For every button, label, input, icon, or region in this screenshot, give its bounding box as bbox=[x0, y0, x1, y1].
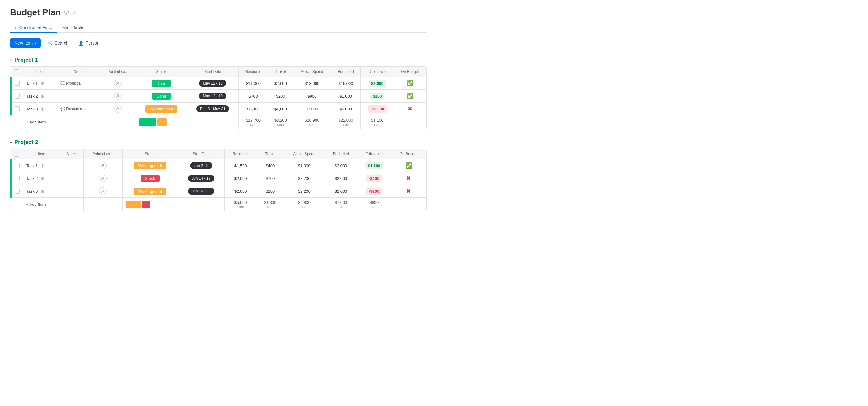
cross-icon: ✖ bbox=[407, 106, 412, 112]
sum-value: $20,900 bbox=[305, 118, 319, 123]
resource-cell: $2,000 bbox=[224, 172, 257, 185]
actual-spend-cell: $2,200 bbox=[284, 185, 325, 198]
row-checkbox[interactable] bbox=[14, 176, 20, 181]
sum-value: $1,300 bbox=[264, 200, 277, 205]
status-bar-cell bbox=[136, 115, 187, 129]
row-checkbox-cell bbox=[11, 172, 23, 185]
sum-travel: $1,300sum bbox=[257, 198, 284, 211]
tab-conditional[interactable]: ⌂ Conditional For... bbox=[10, 23, 57, 33]
notes-cell: 💬 Resource ... bbox=[57, 102, 100, 115]
table-row: Task 1⊕💬 Project D...DoneMay 12 - 13$11,… bbox=[11, 77, 426, 90]
add-icon[interactable]: ⊕ bbox=[40, 93, 44, 99]
date-badge: May 12 - 19 bbox=[199, 93, 226, 99]
status-cell[interactable]: Working on it bbox=[122, 185, 178, 198]
item-cell: Task 2⊕ bbox=[23, 172, 60, 185]
avatar[interactable] bbox=[99, 175, 106, 182]
sum-travel: $3,200sum bbox=[268, 115, 293, 129]
add-icon[interactable]: ⊕ bbox=[40, 163, 44, 169]
bar-segment-orange bbox=[157, 119, 167, 126]
info-icon[interactable]: ⓘ bbox=[64, 9, 69, 16]
difference-cell: -$100 bbox=[357, 172, 391, 185]
row-checkbox[interactable] bbox=[14, 106, 20, 111]
add-icon[interactable]: ⊕ bbox=[40, 81, 44, 86]
difference-cell: $100 bbox=[361, 90, 394, 102]
sum-label: sum bbox=[278, 123, 284, 126]
difference-badge: -$200 bbox=[366, 188, 382, 195]
add-item-poc bbox=[100, 115, 135, 129]
add-icon[interactable]: ⊕ bbox=[40, 106, 44, 112]
avatar[interactable] bbox=[99, 187, 106, 195]
resource-cell: $2,000 bbox=[224, 185, 257, 198]
col-travel: Travel bbox=[257, 149, 284, 159]
date-badge: Jun 16 - 23 bbox=[188, 188, 214, 195]
add-item-row[interactable]: + Add Item$5,500sum$1,300sum$6,800sum$7,… bbox=[11, 198, 426, 211]
header-checkbox[interactable] bbox=[14, 152, 19, 157]
difference-badge: -$1,000 bbox=[368, 105, 386, 113]
tab-main-table[interactable]: Main Table bbox=[57, 23, 88, 32]
travel-cell: $200 bbox=[257, 185, 284, 198]
item-cell: Task 2⊕ bbox=[23, 90, 57, 102]
sum-budgeted: $7,600sum bbox=[325, 198, 357, 211]
add-item-label[interactable]: + Add Item bbox=[23, 198, 60, 211]
status-cell[interactable]: Working on it bbox=[136, 102, 187, 115]
difference-cell: -$1,000 bbox=[361, 102, 394, 115]
col-on-budget: On Budget bbox=[391, 149, 426, 159]
budgeted-cell: $6,000 bbox=[331, 102, 361, 115]
row-checkbox[interactable] bbox=[14, 163, 20, 168]
budgeted-cell: $15,000 bbox=[331, 77, 361, 90]
add-item-label[interactable]: + Add Item bbox=[23, 115, 57, 129]
group-header-project1[interactable]: ▾ Project 1 bbox=[10, 57, 427, 63]
group-header-project2[interactable]: ▾ Project 2 bbox=[10, 139, 427, 146]
new-item-button[interactable]: New Item ▾ bbox=[10, 38, 40, 48]
start-date-cell: Jun 2 - 9 bbox=[178, 159, 224, 172]
header-checkbox[interactable] bbox=[14, 69, 19, 74]
person-button[interactable]: 👤 Person bbox=[75, 39, 102, 48]
difference-cell: $2,000 bbox=[361, 77, 394, 90]
avatar[interactable] bbox=[114, 92, 122, 100]
sum-actual_spend: $20,900sum bbox=[293, 115, 331, 129]
item-cell: Task 1⊕ bbox=[23, 159, 60, 172]
check-icon: ✅ bbox=[407, 93, 413, 99]
row-checkbox[interactable] bbox=[14, 81, 20, 86]
row-checkbox[interactable] bbox=[14, 94, 20, 98]
svg-point-5 bbox=[102, 190, 104, 191]
cross-icon: ✖ bbox=[406, 188, 411, 194]
star-icon[interactable]: ☆ bbox=[72, 10, 76, 15]
add-item-row[interactable]: + Add Item$17,700sum$3,200sum$20,900sum$… bbox=[11, 115, 426, 129]
status-badge: Working on it bbox=[145, 105, 178, 113]
row-checkbox-cell bbox=[11, 90, 23, 102]
status-cell[interactable]: Stuck bbox=[122, 172, 178, 185]
col-status: Status bbox=[136, 67, 187, 77]
sum-label: sum bbox=[371, 205, 377, 209]
sum-label: sum bbox=[338, 205, 344, 209]
row-checkbox[interactable] bbox=[14, 189, 20, 194]
sum-value: $6,800 bbox=[298, 200, 311, 205]
search-button[interactable]: 🔍 Search bbox=[44, 39, 71, 48]
sum-value: $5,500 bbox=[235, 200, 247, 205]
avatar[interactable] bbox=[114, 105, 122, 113]
table-wrap-project2: ItemNotesPoint of co...StatusStart DateR… bbox=[10, 149, 427, 211]
status-cell[interactable]: Done bbox=[136, 77, 187, 90]
add-icon[interactable]: ⊕ bbox=[40, 176, 44, 182]
check-icon: ✅ bbox=[405, 162, 412, 169]
notes-cell: 💬 Project D... bbox=[57, 77, 100, 90]
avatar[interactable] bbox=[99, 162, 106, 169]
item-name: Task 1 bbox=[26, 81, 38, 86]
col-resource: Resource bbox=[239, 67, 268, 77]
sum-difference: $800sum bbox=[357, 198, 391, 211]
sum-budgeted: $22,000sum bbox=[331, 115, 361, 129]
start-date-cell: May 12 - 13 bbox=[187, 77, 238, 90]
row-checkbox-cell bbox=[11, 185, 23, 198]
item-name: Task 2 bbox=[26, 94, 38, 98]
budgeted-cell: $2,600 bbox=[325, 172, 357, 185]
status-cell[interactable]: Working on it bbox=[122, 159, 178, 172]
actual-spend-cell: $13,000 bbox=[293, 77, 331, 90]
svg-point-1 bbox=[117, 94, 119, 96]
on-budget-cell: ✅ bbox=[394, 90, 426, 102]
on-budget-cell: ✖ bbox=[391, 172, 426, 185]
avatar[interactable] bbox=[114, 80, 122, 87]
add-icon[interactable]: ⊕ bbox=[40, 188, 44, 194]
status-cell[interactable]: Done bbox=[136, 90, 187, 102]
sum-label: sum bbox=[374, 123, 381, 126]
notes-cell bbox=[60, 185, 84, 198]
